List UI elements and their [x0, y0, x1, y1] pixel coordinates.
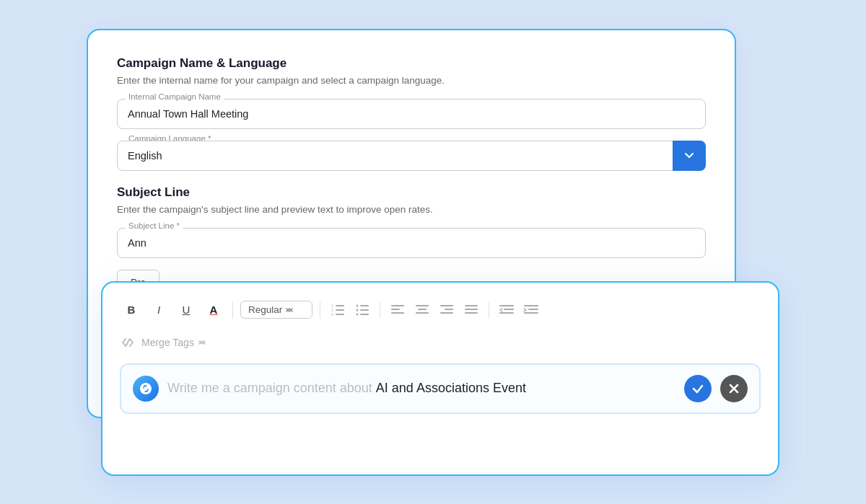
- svg-point-10: [357, 309, 359, 311]
- subject-section: Subject Line Enter the campaign's subjec…: [117, 185, 706, 295]
- svg-rect-21: [465, 305, 478, 306]
- underline-button[interactable]: U: [175, 299, 198, 322]
- internal-name-input[interactable]: [117, 99, 706, 129]
- ai-prompt-prefix: Write me a campaign content about: [167, 381, 376, 395]
- svg-rect-22: [465, 309, 478, 310]
- italic-button[interactable]: I: [147, 299, 170, 322]
- svg-rect-27: [524, 305, 538, 306]
- svg-text:3: 3: [331, 312, 333, 317]
- toolbar-separator-4: [489, 301, 489, 319]
- indent-button[interactable]: [521, 300, 541, 320]
- svg-point-31: [144, 386, 148, 391]
- svg-rect-25: [504, 309, 514, 310]
- svg-rect-1: [336, 309, 344, 311]
- bold-button[interactable]: B: [120, 299, 143, 322]
- svg-rect-16: [418, 309, 427, 310]
- ai-confirm-button[interactable]: [684, 375, 712, 402]
- editor-card: B I U A Regular 123: [101, 281, 779, 476]
- align-left-button[interactable]: [388, 300, 408, 320]
- svg-line-30: [126, 340, 129, 345]
- svg-rect-6: [360, 305, 369, 306]
- svg-rect-29: [524, 312, 538, 314]
- ai-prompt-text: Write me a campaign content about AI and…: [167, 381, 675, 396]
- align-center-button[interactable]: [412, 300, 432, 320]
- internal-name-field: Internal Campaign Name: [117, 99, 706, 129]
- toolbar-separator-2: [320, 301, 320, 319]
- campaign-section-title: Campaign Name & Language: [117, 56, 706, 71]
- subject-line-input[interactable]: [117, 228, 706, 258]
- align-right-button[interactable]: [437, 300, 457, 320]
- format-select[interactable]: Regular: [240, 301, 312, 319]
- svg-rect-12: [391, 305, 404, 306]
- svg-rect-20: [440, 312, 453, 314]
- language-select[interactable]: English Spanish French German: [117, 141, 706, 171]
- svg-rect-7: [360, 309, 369, 311]
- merge-tag-icon: [120, 335, 136, 350]
- language-select-wrapper: English Spanish French German: [117, 141, 706, 171]
- svg-rect-28: [528, 309, 538, 310]
- editor-toolbar: B I U A Regular 123: [120, 299, 761, 322]
- merge-tags-label[interactable]: Merge Tags: [141, 337, 207, 348]
- subject-line-label: Subject Line *: [126, 221, 183, 230]
- ai-input-row: Write me a campaign content about AI and…: [120, 363, 761, 414]
- svg-point-11: [357, 313, 359, 315]
- ai-prompt-highlight: AI and Associations Event: [376, 381, 526, 395]
- ai-cancel-button[interactable]: [720, 375, 748, 402]
- subject-line-field: Subject Line *: [117, 228, 706, 258]
- svg-rect-15: [416, 305, 429, 306]
- align-justify-button[interactable]: [461, 300, 481, 320]
- svg-rect-2: [336, 314, 344, 315]
- internal-name-label: Internal Campaign Name: [126, 92, 224, 101]
- ai-icon: [133, 376, 159, 402]
- svg-rect-0: [336, 305, 344, 306]
- merge-tags-text: Merge Tags: [141, 337, 194, 348]
- campaign-section-desc: Enter the internal name for your campaig…: [117, 75, 706, 86]
- subject-section-desc: Enter the campaign's subject line and pr…: [117, 204, 706, 215]
- svg-rect-17: [416, 312, 429, 314]
- subject-section-title: Subject Line: [117, 185, 706, 200]
- ordered-list-button[interactable]: 123: [328, 300, 348, 320]
- text-color-button[interactable]: A: [202, 299, 225, 322]
- language-field: Campaign Language * English Spanish Fren…: [117, 141, 706, 171]
- svg-rect-19: [445, 309, 453, 310]
- merge-tags-row: Merge Tags: [120, 335, 761, 350]
- svg-rect-24: [499, 305, 514, 306]
- svg-rect-13: [391, 309, 400, 310]
- unordered-list-button[interactable]: [352, 300, 372, 320]
- svg-rect-8: [360, 314, 369, 315]
- language-dropdown-button[interactable]: [673, 141, 706, 171]
- toolbar-separator-3: [380, 301, 380, 319]
- outdent-button[interactable]: [497, 300, 517, 320]
- svg-point-9: [357, 304, 359, 306]
- svg-rect-18: [440, 305, 453, 306]
- toolbar-separator-1: [232, 301, 233, 319]
- format-select-value: Regular: [248, 304, 282, 315]
- svg-rect-26: [499, 312, 514, 314]
- svg-rect-23: [465, 312, 478, 314]
- svg-rect-14: [391, 312, 404, 314]
